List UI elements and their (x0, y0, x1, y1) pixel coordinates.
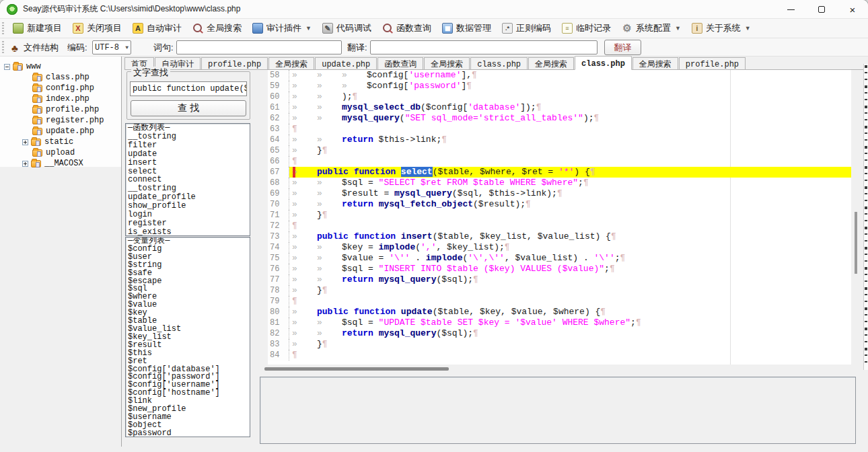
marker-tick (865, 173, 867, 174)
toolbar-item-system-config[interactable]: ⚙系统配置▼ (616, 20, 686, 36)
marker-tick (865, 119, 867, 120)
encoding-value: UTF-8 (95, 43, 119, 52)
function-list-item[interactable]: register (126, 219, 250, 228)
tree-icon: ♣ (9, 42, 20, 53)
toolbar-item-data-manage[interactable]: ▦数据管理 (437, 20, 497, 36)
code-line-63[interactable]: 63¶ (268, 124, 851, 135)
code-line-66[interactable]: 66¶ (268, 156, 851, 167)
line-number: 73 (268, 231, 289, 242)
tree-item-config-php[interactable]: config.php (22, 83, 94, 93)
toolbar-item-new-project[interactable]: 新建项目 (7, 20, 67, 36)
tab--[interactable]: 全局搜索 (632, 57, 678, 70)
tab-profile-php[interactable]: profile.php (679, 57, 746, 70)
code-line-61[interactable]: 61»»mysql_select_db($config['database'])… (268, 102, 851, 113)
function-list-item[interactable]: filter (126, 141, 250, 150)
code-line-76[interactable]: 76»»$sql = "INSERT INTO $table ($key) VA… (268, 264, 851, 274)
toolbar-item-regex-encode[interactable]: .*正则编码 (497, 20, 556, 36)
code-segment: ($sql); (436, 328, 473, 338)
code-line-68[interactable]: 68»»$sql = "SELECT $ret FROM $table WHER… (268, 178, 851, 188)
toolbar-item-label: 函数查询 (396, 22, 431, 34)
tab--[interactable]: 全局搜索 (268, 57, 314, 70)
function-list-item[interactable]: update (126, 150, 250, 159)
code-editor[interactable]: 58»»»$config['username'],¶59»»»$config['… (268, 70, 851, 365)
translate-button[interactable]: 翻译 (604, 40, 641, 55)
marker-tick (865, 354, 867, 356)
function-list-item[interactable]: __tostring (126, 133, 250, 141)
phrase-input[interactable] (176, 40, 342, 54)
toolbar-item-close-project[interactable]: X关闭项目 (67, 20, 127, 36)
tab--[interactable]: 全局搜索 (424, 57, 470, 70)
file-structure-button[interactable]: ♣ 文件结构 (9, 41, 59, 54)
translate-input[interactable] (370, 40, 598, 54)
code-line-58[interactable]: 58»»»$config['username'],¶ (268, 70, 851, 81)
code-line-69[interactable]: 69»»$result = mysql_query($sql, $this->l… (268, 188, 851, 199)
code-line-65[interactable]: 65»}¶ (268, 145, 851, 156)
tab--[interactable]: 函数查询 (377, 57, 423, 70)
tree-item-profile-php[interactable]: profile.php (22, 104, 99, 115)
toolbar-item-about-system[interactable]: i关于系统▼ (686, 20, 756, 36)
code-line-81[interactable]: 81»»$sql = "UPDATE $table SET $key = '$v… (268, 317, 851, 328)
minimize-button[interactable] (775, 0, 806, 19)
tree-item-index-php[interactable]: index.php (22, 93, 89, 104)
toolbar-item-temp-notes[interactable]: ≡临时记录 (556, 20, 616, 36)
tree-item-class-php[interactable]: class.php (22, 72, 89, 83)
code-line-62[interactable]: 62»»mysql_query("SET sql_mode='strict_al… (268, 113, 851, 124)
code-line-73[interactable]: 73»public function insert($table, $key_l… (268, 231, 851, 242)
code-line-71[interactable]: 71»}¶ (268, 210, 851, 221)
tab--[interactable]: 全局搜索 (528, 57, 574, 70)
function-list-item[interactable]: insert (126, 159, 250, 167)
editor-vertical-scrollbar[interactable] (851, 70, 863, 365)
code-line-70[interactable]: 70»»return mysql_fetch_object($result);¶ (268, 199, 851, 210)
tab-label: update.php (322, 60, 370, 69)
toolbar-item-global-search[interactable]: 全局搜索 (187, 20, 247, 36)
code-line-60[interactable]: 60»»);¶ (268, 91, 851, 102)
line-number: 79 (268, 296, 289, 307)
end-of-line-mark: ¶ (292, 350, 297, 360)
toolbar-item-audit-plugin[interactable]: 审计插件▼ (247, 20, 317, 36)
code-line-75[interactable]: 75»»$value = '\'' . implode('\',\'', $va… (268, 253, 851, 264)
tree-item-register-php[interactable]: register.php (22, 115, 104, 126)
code-line-78[interactable]: 78»}¶ (268, 285, 851, 296)
code-line-59[interactable]: 59»»»$config['password']¶ (268, 81, 851, 91)
code-line-67[interactable]: 67»public function select($table, $where… (268, 167, 851, 178)
code-line-83[interactable]: 83»}¶ (268, 339, 851, 350)
tab-profile-php[interactable]: profile.php (201, 57, 268, 70)
tree-item-__macosx[interactable]: __MACOSX (22, 158, 83, 169)
vertical-scroll-thumb[interactable] (855, 212, 857, 274)
code-line-77[interactable]: 77»»return mysql_query($sql);¶ (268, 274, 851, 285)
text-search-input[interactable]: public function update($tabl (130, 81, 247, 96)
line-number: 82 (268, 328, 289, 339)
code-line-72[interactable]: 72¶ (268, 221, 851, 231)
code-line-80[interactable]: 80»public function update($table, $key, … (268, 307, 851, 317)
code-line-82[interactable]: 82»»return mysql_query($sql);¶ (268, 328, 851, 339)
toolbar-item-label: 数据管理 (456, 22, 491, 34)
marker-tick (865, 153, 867, 154)
tree-item-update-php[interactable]: update.php (22, 126, 94, 137)
maximize-button[interactable] (806, 0, 837, 19)
tree-item-upload[interactable]: upload (22, 147, 75, 158)
tree-root-www[interactable]: www (4, 61, 41, 72)
search-button[interactable]: 查 找 (131, 100, 246, 116)
tree-item-static[interactable]: static (22, 137, 73, 147)
encoding-select[interactable]: UTF-8 ▼ (92, 40, 131, 54)
tab-update-php[interactable]: update.php (315, 57, 377, 70)
horizontal-scroll-thumb[interactable] (264, 367, 449, 371)
expand-icon[interactable] (22, 161, 28, 167)
marker-tick (865, 321, 867, 322)
expand-icon[interactable] (22, 139, 28, 145)
code-line-79[interactable]: 79¶ (268, 296, 851, 307)
function-list-item[interactable]: is_exists (126, 228, 250, 236)
variable-list-item[interactable]: $password (126, 430, 250, 437)
code-line-74[interactable]: 74»»$key = implode(',', $key_list);¶ (268, 242, 851, 253)
code-line-84[interactable]: 84¶ (268, 350, 851, 361)
collapse-icon[interactable] (4, 64, 10, 70)
toolbar-item-code-debug[interactable]: ✎代码调试 (317, 20, 377, 36)
toolbar-item-auto-audit[interactable]: A自动审计 (127, 20, 187, 36)
close-button[interactable]: × (837, 0, 868, 19)
code-line-64[interactable]: 64»»return $this->link;¶ (268, 135, 851, 145)
tab-class-php[interactable]: class.php (470, 57, 528, 70)
tab-class-php[interactable]: class.php (575, 56, 632, 70)
code-text: »»$sql = "SELECT $ret FROM $table WHERE … (289, 178, 851, 188)
line-number: 84 (268, 350, 289, 361)
toolbar-item-function-query[interactable]: 函数查询 (377, 20, 437, 36)
